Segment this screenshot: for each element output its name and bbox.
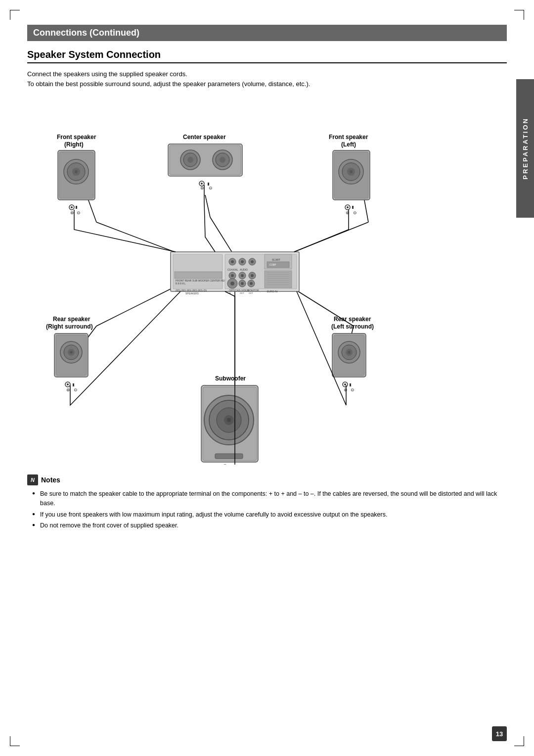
svg-point-121 (344, 383, 346, 385)
notes-list: Be sure to match the speaker cable to th… (27, 489, 507, 530)
svg-rect-16 (175, 272, 222, 279)
header-bar: Connections (Continued) (27, 25, 507, 41)
svg-text:OUT: OUT (240, 292, 244, 294)
desc-line1: Connect the speakers using the supplied … (27, 69, 507, 79)
svg-point-25 (251, 260, 254, 263)
svg-text:Rear speaker: Rear speaker (334, 316, 371, 323)
svg-text:⊖: ⊖ (77, 210, 81, 215)
svg-text:R    R    R              R    : R R R R L (176, 283, 186, 285)
svg-text:⊕: ⊕ (70, 210, 74, 215)
svg-point-80 (220, 157, 225, 163)
svg-text:EURO AV: EURO AV (267, 290, 278, 293)
svg-point-33 (251, 274, 254, 277)
svg-text:Rear speaker: Rear speaker (53, 316, 90, 323)
svg-text:AUDIO: AUDIO (240, 268, 248, 271)
corner-tr (514, 10, 524, 20)
svg-point-23 (241, 260, 244, 263)
description: Connect the speakers using the supplied … (27, 69, 507, 89)
svg-point-21 (231, 260, 234, 263)
section-title: Speaker System Connection (27, 49, 507, 63)
svg-point-68 (71, 206, 73, 208)
svg-point-77 (187, 157, 193, 163)
note-item-3: Do not remove the front cover of supplie… (32, 521, 507, 530)
svg-rect-133 (215, 454, 243, 459)
note-item-1: Be sure to match the speaker cable to th… (32, 489, 507, 508)
corner-bl (10, 736, 20, 746)
connection-diagram: FRONT REAR SUB WOOFER CENTER REAR FRONT … (27, 98, 507, 465)
svg-text:⊕: ⊕ (200, 186, 204, 190)
svg-point-31 (241, 274, 244, 277)
notes-section: N Notes Be sure to match the speaker cab… (27, 474, 507, 530)
svg-point-66 (75, 170, 78, 173)
svg-text:⊕: ⊕ (346, 210, 350, 215)
svg-point-95 (347, 206, 349, 208)
notes-header: N Notes (27, 474, 507, 485)
notes-title: Notes (41, 476, 60, 484)
svg-text:SCART: SCART (272, 258, 280, 261)
svg-point-106 (70, 351, 73, 354)
svg-rect-123 (350, 383, 351, 386)
corner-br (514, 736, 524, 746)
svg-point-35 (230, 282, 234, 285)
page-number: 13 (492, 726, 507, 741)
svg-line-5 (205, 195, 210, 217)
notes-icon: N (27, 474, 38, 485)
preparation-tab: PREPARATION (516, 79, 534, 218)
prep-tab-label: PREPARATION (522, 117, 529, 180)
svg-text:(Left): (Left) (341, 141, 356, 148)
svg-rect-70 (76, 206, 77, 209)
svg-text:⊖: ⊖ (209, 186, 213, 190)
svg-point-39 (241, 282, 244, 285)
svg-point-93 (350, 170, 353, 173)
svg-point-43 (250, 282, 253, 285)
diagram-area: FRONT REAR SUB WOOFER CENTER REAR FRONT … (27, 98, 507, 465)
svg-text:SPEAKERS: SPEAKERS (185, 292, 199, 295)
svg-text:⊖: ⊖ (74, 387, 78, 392)
note-item-2: If you use front speakers with low maxim… (32, 510, 507, 520)
svg-point-29 (231, 274, 234, 277)
svg-text:Front speaker: Front speaker (57, 134, 96, 141)
svg-text:Subwoofer: Subwoofer (215, 375, 246, 382)
svg-text:⊖: ⊖ (353, 210, 357, 215)
svg-point-119 (348, 351, 351, 354)
svg-text:Center speaker: Center speaker (183, 134, 226, 141)
svg-text:(Right surround): (Right surround) (46, 323, 93, 330)
svg-text:OUT: OUT (249, 292, 253, 294)
svg-point-132 (227, 418, 231, 422)
svg-text:(Left surround): (Left surround) (331, 323, 374, 330)
svg-text:COMP: COMP (269, 264, 276, 266)
svg-rect-110 (73, 383, 74, 386)
desc-line2: To obtain the best possible surround sou… (27, 79, 507, 89)
svg-text:⊖: ⊖ (351, 387, 355, 392)
svg-text:Front speaker: Front speaker (329, 134, 368, 141)
svg-point-108 (67, 383, 69, 385)
svg-text:COAXIAL: COAXIAL (227, 268, 238, 271)
svg-rect-50 (265, 271, 292, 288)
svg-line-4 (210, 217, 235, 257)
svg-rect-97 (352, 206, 354, 209)
svg-text:⊕: ⊕ (66, 387, 70, 392)
svg-text:⊕: ⊕ (344, 387, 348, 392)
svg-text:(Right): (Right) (64, 141, 84, 148)
svg-point-82 (201, 183, 203, 185)
corner-tl (10, 10, 20, 20)
header-bar-title: Connections (Continued) (33, 28, 139, 38)
